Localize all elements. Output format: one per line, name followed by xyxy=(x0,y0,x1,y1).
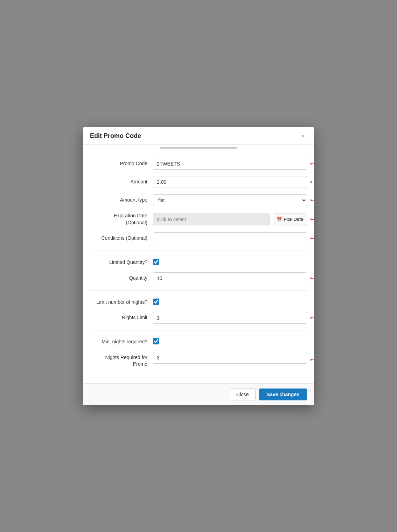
conditions-label: Conditions (Optional) xyxy=(90,232,153,242)
svg-marker-7 xyxy=(311,218,313,220)
svg-marker-15 xyxy=(311,359,313,361)
section-divider-1 xyxy=(90,251,307,251)
promo-code-row: Promo Code Promo Code Short code xyxy=(90,158,307,170)
conditions-field-wrap xyxy=(153,232,307,244)
nights-limit-field-wrap xyxy=(153,312,307,324)
svg-marker-9 xyxy=(311,237,313,239)
expiration-label: Expiration Date (Optional) xyxy=(90,212,153,226)
min-nights-label: Min. nights required? xyxy=(90,336,153,345)
modal-title: Edit Promo Code xyxy=(90,132,141,140)
section-divider-3 xyxy=(90,330,307,330)
amount-type-field-wrap: flat percentage xyxy=(153,194,307,206)
expiration-arrow xyxy=(310,217,314,222)
conditions-input[interactable] xyxy=(153,232,307,244)
svg-marker-13 xyxy=(311,317,313,319)
modal-header: Edit Promo Code × xyxy=(83,127,314,145)
quantity-arrow xyxy=(310,276,314,281)
svg-marker-11 xyxy=(311,277,313,279)
amount-type-row: Amount type flat percentage flat rate or… xyxy=(90,194,307,206)
pick-date-button[interactable]: 📅 Pick Date xyxy=(273,214,307,225)
section-divider-2 xyxy=(90,290,307,291)
nights-required-row: Nights Required for Promo click here to … xyxy=(90,352,307,368)
nights-limit-input[interactable] xyxy=(153,312,307,324)
nights-required-input[interactable] xyxy=(153,352,307,364)
amount-label: Amount xyxy=(90,176,153,186)
nights-required-label: Nights Required for Promo xyxy=(90,352,153,368)
amount-input[interactable] xyxy=(153,176,307,188)
close-icon[interactable]: × xyxy=(299,132,307,140)
nights-limit-label: Nights Limit xyxy=(90,312,153,321)
quantity-input[interactable] xyxy=(153,272,307,284)
expiration-row: Expiration Date (Optional) 📅 Pick Date e… xyxy=(90,212,307,226)
limited-qty-row: Limited Quantity? xyxy=(90,257,307,266)
promo-code-arrow xyxy=(310,161,314,166)
conditions-row: Conditions (Optional) conditions or limi… xyxy=(90,232,307,244)
limit-nights-label: Limit number of nights? xyxy=(90,296,153,306)
limit-nights-row: Limit number of nights? xyxy=(90,296,307,306)
amount-field-wrap xyxy=(153,176,307,188)
amount-arrow xyxy=(310,180,314,184)
nights-limit-arrow xyxy=(310,315,314,320)
svg-marker-5 xyxy=(311,199,313,201)
modal-footer: Close Save changes xyxy=(83,383,314,405)
amount-type-select[interactable]: flat percentage xyxy=(153,194,307,206)
expiration-input[interactable] xyxy=(153,214,270,225)
svg-marker-3 xyxy=(311,181,313,183)
limit-nights-checkbox[interactable] xyxy=(153,299,159,305)
expiration-field-wrap: 📅 Pick Date xyxy=(153,214,307,225)
calendar-icon: 📅 xyxy=(277,217,282,222)
quantity-row: Quantity click here to specify a maximum… xyxy=(90,272,307,284)
modal-body: Promo Code Promo Code Short code Amount … xyxy=(83,152,314,383)
promo-code-input[interactable] xyxy=(153,158,307,170)
svg-marker-1 xyxy=(311,163,313,165)
quantity-label: Quantity xyxy=(90,272,153,282)
nights-limit-row: Nights Limit click here to specify a max… xyxy=(90,312,307,324)
amount-row: Amount Numeric value of discount xyxy=(90,176,307,188)
nights-required-field-wrap xyxy=(153,352,307,364)
amount-type-arrow xyxy=(310,198,314,203)
limited-qty-label: Limited Quantity? xyxy=(90,257,153,266)
save-button[interactable]: Save changes xyxy=(259,388,307,400)
limit-nights-field-wrap xyxy=(153,296,307,305)
close-button[interactable]: Close xyxy=(230,388,256,400)
min-nights-checkbox[interactable] xyxy=(153,338,159,344)
min-nights-row: Min. nights required? xyxy=(90,336,307,345)
quantity-field-wrap xyxy=(153,272,307,284)
promo-code-field-wrap xyxy=(153,158,307,170)
limited-qty-field-wrap xyxy=(153,257,307,265)
limited-qty-checkbox[interactable] xyxy=(153,259,159,265)
amount-type-label: Amount type xyxy=(90,194,153,204)
conditions-arrow xyxy=(310,236,314,241)
min-nights-field-wrap xyxy=(153,336,307,344)
nights-required-arrow xyxy=(310,357,314,362)
promo-code-label: Promo Code xyxy=(90,158,153,167)
scroll-indicator xyxy=(160,147,237,149)
